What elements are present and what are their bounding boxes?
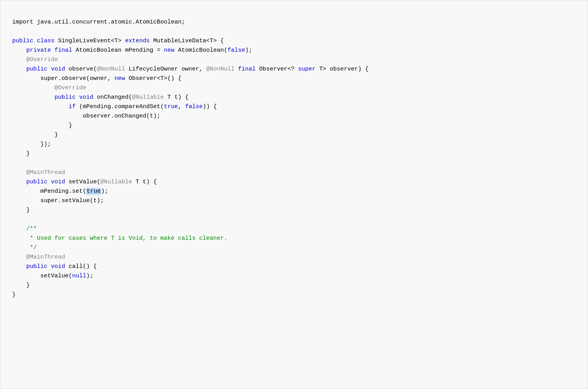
line-15: } <box>12 150 30 157</box>
line-28: setValue(null); <box>12 273 93 279</box>
line-3: public class SingleLiveEvent<T> extends … <box>12 38 224 44</box>
line-7: super.observe(owner, new Observer<T>() { <box>12 75 181 82</box>
line-17: @MainThread <box>12 169 65 176</box>
code-editor: import java.util.concurrent.atomic.Atomi… <box>0 0 588 389</box>
line-4: private final AtomicBoolean mPending = n… <box>12 47 252 54</box>
code-content: import java.util.concurrent.atomic.Atomi… <box>12 8 576 309</box>
line-10: if (mPending.compareAndSet(true, false))… <box>12 103 217 110</box>
line-5: @Override <box>12 56 58 63</box>
line-11: observer.onChanged(t); <box>12 113 160 119</box>
line-30: } <box>12 291 16 298</box>
line-20: super.setValue(t); <box>12 197 104 204</box>
line-13: } <box>12 132 58 138</box>
line-26: @MainThread <box>12 254 65 261</box>
line-27: public void call() { <box>12 263 97 270</box>
line-19: mPending.set(true); <box>12 188 108 195</box>
line-21: } <box>12 207 30 213</box>
line-6: public void observe(@NonNull LifecycleOw… <box>12 66 368 72</box>
line-8: @Override <box>12 85 86 91</box>
line-18: public void setValue(@Nullable T t) { <box>12 179 157 185</box>
line-23: /** <box>12 226 37 232</box>
line-25: */ <box>12 244 37 251</box>
line-12: } <box>12 122 72 129</box>
line-1: import java.util.concurrent.atomic.Atomi… <box>12 19 185 25</box>
line-14: }); <box>12 141 51 148</box>
line-9: public void onChanged(@Nullable T t) { <box>12 94 189 101</box>
highlighted-true: true <box>86 188 101 195</box>
line-29: } <box>12 282 30 289</box>
line-24: * Used for cases where T is Void, to mak… <box>12 235 227 242</box>
